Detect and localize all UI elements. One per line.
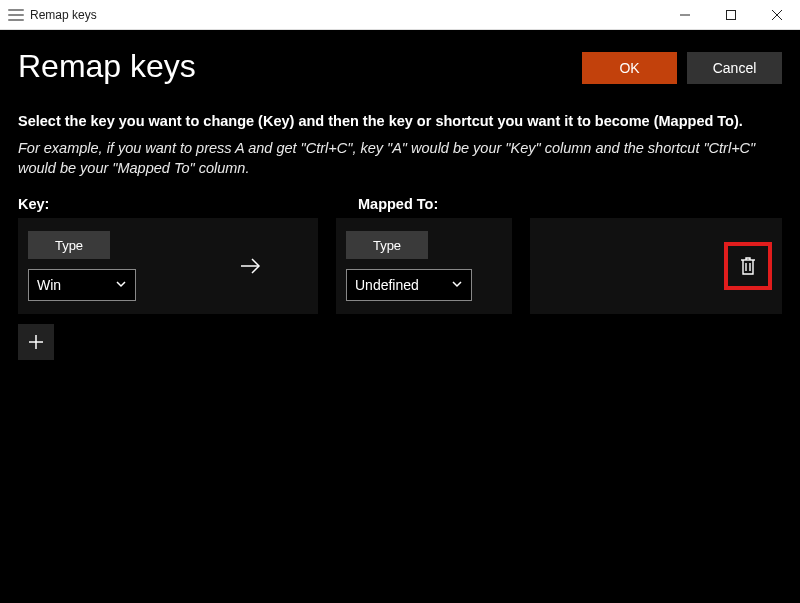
- key-select[interactable]: Win: [28, 269, 136, 301]
- trash-panel: [530, 218, 782, 314]
- close-button[interactable]: [754, 0, 800, 30]
- minimize-icon: [679, 9, 691, 21]
- window-controls: [662, 0, 800, 30]
- ok-button[interactable]: OK: [582, 52, 677, 84]
- cancel-button[interactable]: Cancel: [687, 52, 782, 84]
- chevron-down-icon: [115, 276, 127, 294]
- delete-row-button[interactable]: [724, 242, 772, 290]
- svg-rect-1: [727, 10, 736, 19]
- header-buttons: OK Cancel: [582, 52, 782, 84]
- column-labels: Key: Mapped To:: [18, 196, 782, 212]
- trash-icon: [738, 255, 758, 277]
- key-panel: Type Win: [18, 218, 318, 314]
- mapped-column: Type Undefined: [346, 231, 472, 301]
- header-row: Remap keys OK Cancel: [18, 48, 782, 85]
- minimize-button[interactable]: [662, 0, 708, 30]
- close-icon: [771, 9, 783, 21]
- mapped-select-value: Undefined: [355, 277, 419, 293]
- window-title: Remap keys: [30, 8, 97, 22]
- example-text: For example, if you want to press A and …: [18, 139, 778, 178]
- key-column: Type Win: [28, 231, 136, 301]
- mapping-row: Type Win Type Undefined: [18, 218, 782, 314]
- titlebar: Remap keys: [0, 0, 800, 30]
- instruction-text: Select the key you want to change (Key) …: [18, 113, 782, 129]
- chevron-down-icon: [451, 276, 463, 294]
- mapped-select[interactable]: Undefined: [346, 269, 472, 301]
- app-body: Remap keys OK Cancel Select the key you …: [0, 30, 800, 603]
- maximize-icon: [725, 9, 737, 21]
- add-row-button[interactable]: [18, 324, 54, 360]
- mapped-column-label: Mapped To:: [358, 196, 438, 212]
- key-column-label: Key:: [18, 196, 358, 212]
- key-select-value: Win: [37, 277, 61, 293]
- page-title: Remap keys: [18, 48, 196, 85]
- plus-icon: [27, 333, 45, 351]
- type-key-button[interactable]: Type: [28, 231, 110, 259]
- mapped-panel: Type Undefined: [336, 218, 512, 314]
- arrow-right-icon: [238, 218, 264, 314]
- maximize-button[interactable]: [708, 0, 754, 30]
- type-mapped-button[interactable]: Type: [346, 231, 428, 259]
- app-icon: [8, 9, 24, 21]
